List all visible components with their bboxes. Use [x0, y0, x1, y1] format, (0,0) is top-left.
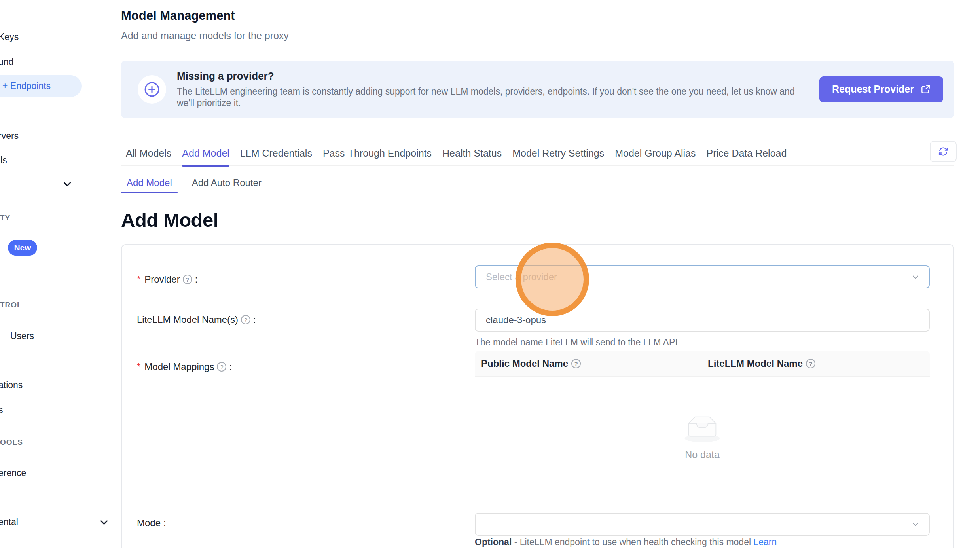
refresh-button[interactable]: [930, 141, 957, 162]
chevron-down-icon[interactable]: [98, 516, 110, 530]
label-colon: :: [163, 518, 166, 529]
label-colon: :: [229, 361, 232, 372]
banner-text: Missing a provider? The LiteLLM engineer…: [177, 70, 819, 109]
sync-icon: [938, 146, 949, 157]
request-provider-button[interactable]: Request Provider: [819, 76, 943, 102]
required-asterisk: *: [137, 274, 140, 285]
new-badge[interactable]: New: [8, 240, 37, 256]
provider-label: * Provider ? :: [137, 273, 197, 286]
tab-health-status[interactable]: Health Status: [442, 143, 502, 166]
model-name-helper: The model name LiteLLM will send to the …: [475, 337, 678, 348]
column-header-label: LiteLLM Model Name: [708, 358, 803, 369]
model-name-input[interactable]: [475, 309, 930, 332]
provider-label-text: Provider: [144, 274, 180, 285]
subtab-add-model[interactable]: Add Model: [121, 176, 178, 192]
request-provider-label: Request Provider: [832, 83, 914, 95]
missing-provider-banner: Missing a provider? The LiteLLM engineer…: [121, 61, 954, 118]
column-header-public-model-name: Public Model Name ?: [475, 358, 701, 369]
add-model-form-card: * Provider ? : Select a provider LiteLLM…: [121, 244, 954, 548]
sidebar-item-guardrails[interactable]: ils: [0, 154, 7, 167]
tab-add-model[interactable]: Add Model: [182, 143, 229, 166]
tab-pass-through-endpoints[interactable]: Pass-Through Endpoints: [323, 143, 432, 166]
mode-select[interactable]: [475, 513, 930, 536]
provider-select-placeholder: Select a provider: [486, 271, 911, 283]
new-badge-label: New: [14, 243, 31, 252]
chevron-down-icon: [911, 272, 920, 282]
sidebar-item-playground[interactable]: und: [0, 55, 13, 68]
required-asterisk: *: [137, 361, 140, 372]
sidebar-item-models-endpoints[interactable]: + Endpoints: [0, 75, 82, 97]
model-tabs: All Models Add Model LLM Credentials Pas…: [121, 143, 954, 166]
model-mappings-label-text: Model Mappings: [144, 361, 214, 372]
sidebar-item-servers[interactable]: rvers: [0, 129, 19, 142]
mode-helper-bold: Optional: [475, 537, 512, 547]
column-header-label: Public Model Name: [481, 358, 568, 369]
sidebar-item-users[interactable]: Users: [10, 329, 34, 343]
mode-label-text: Mode: [137, 518, 161, 529]
banner-title: Missing a provider?: [177, 70, 819, 82]
sidebar-item-experimental[interactable]: ental: [0, 515, 18, 529]
help-icon[interactable]: ?: [183, 275, 192, 284]
help-icon[interactable]: ?: [241, 315, 250, 324]
banner-line-1: The LiteLLM engineering team is constant…: [177, 86, 819, 97]
sidebar-item-teams[interactable]: s: [0, 403, 3, 417]
tab-model-retry-settings[interactable]: Model Retry Settings: [512, 143, 604, 166]
plus-circle-icon: [138, 75, 166, 104]
sidebar-section-tools: OOLS: [0, 437, 23, 448]
provider-select[interactable]: Select a provider: [475, 265, 930, 288]
mode-helper-text: - LiteLLM endpoint to use when health ch…: [512, 537, 753, 547]
sidebar-item-label: + Endpoints: [2, 81, 51, 91]
banner-line-2: we'll prioritize it.: [177, 97, 819, 109]
table-header-row: Public Model Name ? LiteLLM Model Name ?: [475, 351, 930, 377]
chevron-down-icon: [911, 520, 920, 529]
help-icon[interactable]: ?: [571, 359, 581, 368]
sidebar-section-access-control: TROL: [0, 300, 22, 310]
chevron-down-icon[interactable]: [61, 178, 73, 192]
sidebar-item-organizations[interactable]: ations: [0, 378, 23, 392]
table-empty-state: No data: [475, 377, 930, 493]
help-icon[interactable]: ?: [217, 362, 226, 372]
mode-helper: Optional - LiteLLM endpoint to use when …: [475, 537, 777, 548]
add-model-subtabs: Add Model Add Auto Router: [121, 176, 954, 192]
add-model-heading: Add Model: [121, 209, 218, 231]
column-header-litellm-model-name: LiteLLM Model Name ?: [701, 357, 930, 370]
empty-box-icon: [681, 412, 724, 446]
model-mappings-table: Public Model Name ? LiteLLM Model Name ?: [475, 351, 930, 493]
model-name-label: LiteLLM Model Name(s) ? :: [137, 313, 256, 326]
help-icon[interactable]: ?: [806, 359, 815, 368]
tab-llm-credentials[interactable]: LLM Credentials: [240, 143, 312, 166]
page-title: Model Management: [121, 9, 235, 23]
sidebar-item-keys[interactable]: Keys: [0, 30, 19, 44]
no-data-text: No data: [685, 449, 720, 461]
sidebar: Keys und + Endpoints rvers ils TY New TR…: [0, 0, 84, 548]
tab-model-group-alias[interactable]: Model Group Alias: [615, 143, 696, 166]
page-subtitle: Add and manage models for the proxy: [121, 30, 289, 42]
tab-price-data-reload[interactable]: Price Data Reload: [706, 143, 787, 166]
mode-label: Mode :: [137, 516, 166, 530]
tab-all-models[interactable]: All Models: [126, 143, 171, 166]
page: Keys und + Endpoints rvers ils TY New TR…: [0, 0, 980, 548]
label-colon: :: [195, 274, 198, 285]
external-link-icon: [920, 84, 931, 95]
model-mappings-label: * Model Mappings ? :: [137, 360, 232, 374]
model-name-label-text: LiteLLM Model Name(s): [137, 314, 238, 325]
sidebar-section-header: TY: [0, 213, 10, 223]
subtab-add-auto-router[interactable]: Add Auto Router: [186, 176, 267, 192]
label-colon: :: [253, 314, 256, 325]
learn-link[interactable]: Learn: [753, 537, 777, 547]
sidebar-item-reference[interactable]: erence: [0, 466, 26, 480]
